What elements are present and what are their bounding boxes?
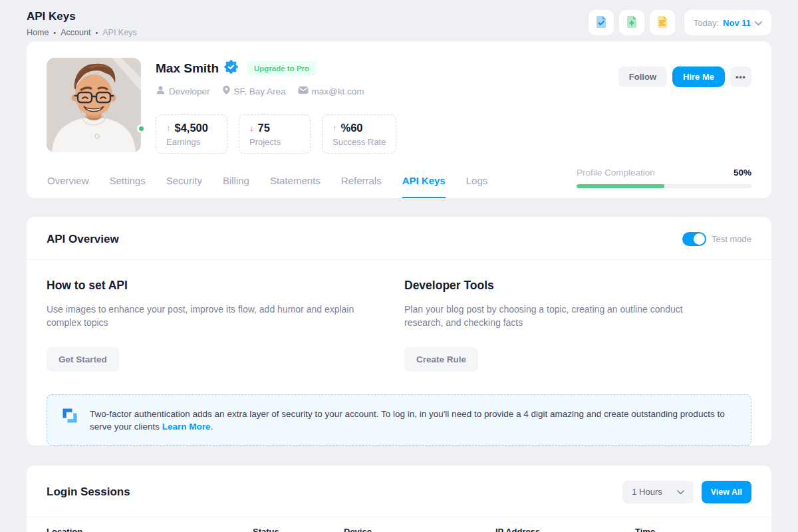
profile-name: Max Smith [156, 61, 219, 76]
trend-up-icon: ↑ [166, 123, 171, 133]
section-title: Developer Tools [404, 279, 762, 293]
breadcrumb: Home• Account• API Keys [27, 28, 137, 37]
how-to-set-api-section: How to set API Use images to enhance you… [47, 279, 404, 372]
learn-more-link[interactable]: Learn More [162, 422, 211, 432]
date-value: Nov 11 [723, 18, 751, 28]
stat-projects: ↓ 75 Projects [239, 114, 311, 154]
api-overview-title: API Overview [47, 233, 119, 246]
follow-button[interactable]: Follow [618, 66, 667, 87]
column-location: Location [47, 527, 253, 532]
tab-security[interactable]: Security [166, 175, 202, 198]
login-sessions-title: Login Sessions [47, 485, 130, 499]
trend-down-icon: ↓ [249, 123, 254, 133]
breadcrumb-current: API Keys [102, 28, 136, 37]
stat-value: $4,500 [175, 122, 208, 134]
doc-check-button[interactable] [589, 10, 614, 35]
meta-email: max@kt.com [298, 86, 364, 96]
doc-plus-button[interactable] [619, 10, 644, 35]
meta-role: Developer [156, 85, 210, 97]
progress-value: 50% [733, 168, 751, 178]
tab-logs[interactable]: Logs [466, 175, 488, 198]
get-started-button[interactable]: Get Started [47, 347, 119, 372]
more-options-button[interactable]: ••• [730, 66, 751, 87]
chevron-down-icon [755, 18, 762, 28]
stat-success-rate: ↑ %60 Success Rate [322, 114, 396, 154]
trend-up-icon: ↑ [332, 123, 337, 133]
breadcrumb-dot: • [95, 29, 98, 37]
hire-me-button[interactable]: Hire Me [672, 66, 725, 87]
progress-label: Profile Compleation [577, 168, 655, 178]
test-mode-label: Test mode [712, 234, 751, 244]
meta-email-label: max@kt.com [312, 86, 364, 96]
stat-label: Success Rate [332, 137, 386, 147]
notice-text-suffix: . [211, 422, 213, 432]
topbar-left: API Keys Home• Account• API Keys [27, 10, 137, 37]
topbar: API Keys Home• Account• API Keys [27, 0, 771, 40]
chevron-down-icon [677, 487, 684, 497]
column-device: Device [344, 527, 495, 532]
api-columns: How to set API Use images to enhance you… [27, 260, 771, 372]
profile-card: Max Smith Up [27, 41, 771, 198]
section-title: How to set API [47, 279, 404, 293]
meta-location-label: SF, Bay Area [234, 86, 286, 96]
progress-bar [577, 184, 751, 188]
column-status: Status [253, 527, 344, 532]
user-icon [156, 85, 166, 97]
profile-actions: Follow Hire Me ••• [618, 66, 751, 87]
meta-role-label: Developer [169, 86, 210, 96]
tab-api-keys[interactable]: API Keys [402, 175, 446, 198]
column-time: Time [635, 527, 751, 532]
crop-logo-icon [61, 406, 79, 428]
section-body: Use images to enhance your post, improve… [47, 303, 358, 330]
tab-referrals[interactable]: Referrals [341, 175, 382, 198]
create-rule-button[interactable]: Create Rule [404, 347, 478, 372]
section-body: Plan your blog post by choosing a topic,… [404, 303, 716, 330]
tab-settings[interactable]: Settings [110, 175, 146, 198]
breadcrumb-dot: • [53, 29, 56, 37]
period-select[interactable]: 1 Hours [622, 481, 694, 503]
profile-completion: Profile Compleation 50% [577, 168, 751, 188]
online-status-dot [137, 124, 146, 133]
doc-plus-icon [625, 15, 638, 31]
doc-check-icon [595, 15, 608, 31]
pin-icon [222, 85, 231, 97]
avatar [47, 58, 141, 152]
api-overview-card: API Overview Test mode How to set API Us… [27, 217, 771, 446]
date-label: Today: [694, 18, 719, 28]
doc-lines-icon [656, 15, 669, 31]
sessions-actions: 1 Hours View All [622, 481, 751, 503]
stat-earnings: ↑ $4,500 Earnings [156, 114, 227, 154]
stat-label: Earnings [166, 137, 217, 147]
avatar-illustration [47, 58, 141, 152]
tab-billing[interactable]: Billing [223, 175, 249, 198]
page-title: API Keys [27, 10, 137, 23]
notice-text: Two-factor authentication adds an extra … [90, 406, 737, 434]
developer-tools-section: Developer Tools Plan your blog post by c… [404, 279, 762, 372]
page: API Keys Home• Account• API Keys [0, 0, 798, 532]
two-factor-notice: Two-factor authentication adds an extra … [47, 394, 751, 446]
test-mode-control: Test mode [682, 232, 751, 246]
date-selector[interactable]: Today: Nov 11 [684, 10, 771, 35]
sessions-table-header: Location Status Device IP Address Time [27, 517, 771, 532]
verified-badge-icon [224, 60, 238, 76]
stat-value: %60 [341, 122, 363, 134]
stat-value: 75 [258, 122, 270, 134]
profile-stats: ↑ $4,500 Earnings ↓ 75 Projects [156, 114, 751, 154]
mail-icon [298, 86, 309, 96]
test-mode-toggle[interactable] [682, 232, 706, 246]
topbar-actions: Today: Nov 11 [589, 10, 771, 35]
login-sessions-card: Login Sessions 1 Hours View All Location… [27, 466, 771, 532]
stat-label: Projects [249, 137, 300, 147]
upgrade-to-pro-badge[interactable]: Upgrade to Pro [247, 61, 316, 76]
doc-lines-button[interactable] [650, 10, 675, 35]
tab-overview[interactable]: Overview [47, 175, 89, 198]
breadcrumb-home[interactable]: Home [27, 28, 49, 37]
period-value: 1 Hours [632, 487, 662, 497]
tab-statements[interactable]: Statements [270, 175, 321, 198]
view-all-button[interactable]: View All [702, 481, 751, 503]
breadcrumb-account[interactable]: Account [61, 28, 90, 37]
meta-location: SF, Bay Area [222, 85, 286, 97]
column-ip-address: IP Address [495, 527, 635, 532]
